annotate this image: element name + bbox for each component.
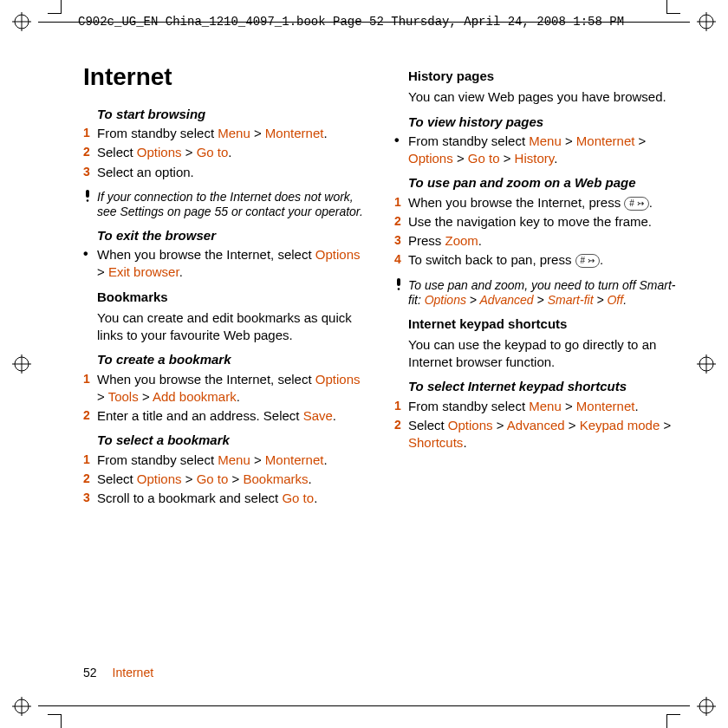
hash-key-icon: # ↣ [575,254,600,268]
step-text: When you browse the Internet, press # ↣. [408,194,679,211]
column-left: Internet To start browsing 1 From standb… [83,61,368,509]
step-number: 2 [83,471,97,487]
step-text: Press Zoom. [408,232,679,250]
step-text: From standby select Menu > Monternet. [97,125,368,142]
registration-mark-icon [697,354,716,374]
step: 3 Select an option. [83,164,368,181]
svg-rect-21 [397,278,400,286]
column-right: History pages You can view Web pages you… [394,61,679,509]
step: 2 Select Options > Go to > Bookmarks. [83,471,368,488]
step-number: 3 [83,164,97,180]
subhead: Bookmarks [97,289,368,306]
step-number: 2 [83,144,97,160]
step: 3 Press Zoom. [394,232,679,250]
hash-key-icon: # ↣ [624,197,648,211]
step-text: Use the navigation key to move the frame… [408,213,679,231]
step-text: Enter a title and an address. Select Sav… [97,407,368,425]
note: If your connection to the Internet does … [83,190,368,220]
step-text: Select Options > Advanced > Keypad mode … [408,417,679,452]
step: 2 Select Options > Go to. [83,144,368,161]
registration-mark-icon [12,12,31,31]
svg-point-18 [87,199,89,202]
note-text: To use pan and zoom, you need to turn of… [408,278,679,309]
step-text: From standby select Menu > Monternet > O… [408,133,679,168]
step: 3 Scroll to a bookmark and select Go to. [83,490,368,507]
step-text: When you browse the Internet, select Opt… [97,371,368,406]
step: • From standby select Menu > Monternet >… [394,133,679,168]
step: 1 From standby select Menu > Monternet. [83,452,368,469]
section-name: Internet [113,666,153,679]
step: 1 From standby select Menu > Monternet. [83,125,368,142]
step-text: From standby select Menu > Monternet. [408,398,679,415]
svg-rect-19 [86,190,89,198]
step: 1 When you browse the Internet, select O… [83,371,368,406]
step-number: 4 [394,251,408,268]
step-number: 1 [83,371,97,387]
step: 2 Select Options > Advanced > Keypad mod… [394,417,679,452]
step-number: 2 [394,213,408,230]
step-text: To switch back to pan, press # ↣. [408,251,679,269]
step-text: From standby select Menu > Monternet. [97,452,368,469]
registration-mark-icon [697,12,716,31]
info-icon [83,190,97,208]
subhead: To view history pages [408,114,679,131]
step: 2 Use the navigation key to move the fra… [394,213,679,231]
step-number: 2 [83,407,97,424]
step-number: 1 [394,194,408,211]
step-number: 3 [394,232,408,249]
document-header: C902c_UG_EN China_1210_4097_1.book Page … [78,15,624,29]
step-text: When you browse the Internet, select Opt… [97,246,368,282]
page-title: Internet [83,61,368,94]
info-icon [394,278,408,296]
step-number: 2 [394,417,408,433]
page-body: Internet To start browsing 1 From standb… [83,61,679,676]
step-number: 1 [83,125,97,141]
subhead: Internet keypad shortcuts [408,315,679,333]
svg-point-20 [398,288,400,290]
paragraph: You can use the keypad to go directly to… [408,336,679,372]
note-text: If your connection to the Internet does … [97,190,368,220]
page-footer: 52Internet [83,666,153,679]
step-text: Select an option. [97,164,368,181]
paragraph: You can create and edit bookmarks as qui… [97,309,368,345]
footer-rule [38,705,690,706]
subhead: To select a bookmark [97,432,368,449]
step: 1 When you browse the Internet, press # … [394,194,679,211]
registration-mark-icon [12,697,31,716]
step-number: 1 [394,398,408,414]
step-number: 1 [83,452,97,468]
subhead: History pages [408,68,679,85]
step: 1 From standby select Menu > Monternet. [394,398,679,415]
step-number: 3 [83,490,97,506]
subhead: To use pan and zoom on a Web page [408,174,679,192]
step: • When you browse the Internet, select O… [83,246,368,282]
note: To use pan and zoom, you need to turn of… [394,278,679,309]
subhead: To start browsing [97,106,368,123]
bullet-icon: • [83,246,97,262]
subhead: To exit the browser [97,227,368,244]
registration-mark-icon [697,697,716,716]
paragraph: You can view Web pages you have browsed. [408,88,679,106]
step-text: Scroll to a bookmark and select Go to. [97,490,368,507]
subhead: To create a bookmark [97,351,368,368]
page-number: 52 [83,666,97,679]
step: 4 To switch back to pan, press # ↣. [394,251,679,269]
step: 2 Enter a title and an address. Select S… [83,407,368,425]
subhead: To select Internet keypad shortcuts [408,378,679,395]
step-text: Select Options > Go to > Bookmarks. [97,471,368,488]
bullet-icon: • [394,133,408,148]
step-text: Select Options > Go to. [97,144,368,161]
registration-mark-icon [12,354,31,374]
